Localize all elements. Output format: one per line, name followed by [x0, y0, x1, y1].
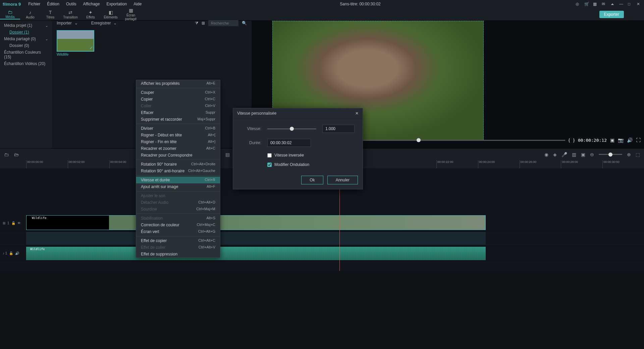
context-menu-item[interactable]: Vitesse et duréeCtrl+R	[136, 177, 220, 183]
menu-separator	[136, 236, 220, 236]
mic-icon[interactable]: ⏶	[610, 2, 615, 6]
cancel-button[interactable]: Annuler	[327, 176, 358, 184]
context-menu-item[interactable]: Rotation 90° anti-horaireCtrl+Alt+Gauche	[136, 168, 220, 174]
context-menu-item[interactable]: EffacerSuppr	[136, 109, 220, 116]
mark-in-icon[interactable]: {	[569, 138, 570, 142]
ripple-checkbox[interactable]: Modifier Ondulation	[267, 162, 355, 167]
grid-view-icon[interactable]: ⊞	[202, 21, 205, 25]
marker-icon[interactable]: ◈	[553, 152, 557, 157]
context-menu-item[interactable]: Recadrer pour Correspondre	[136, 152, 220, 159]
speed-input[interactable]	[322, 125, 355, 133]
context-menu-item[interactable]: Effet de suppression	[136, 251, 220, 257]
reverse-checkbox[interactable]: Vitesse inversée	[267, 153, 355, 158]
record-dropdown[interactable]: Enregistrer⌄	[91, 21, 117, 25]
context-menu-item[interactable]: CouperCtrl+X	[136, 89, 220, 96]
sidebar-item-project[interactable]: Média projet (1)⌄	[0, 22, 52, 29]
layout-icon[interactable]: ▦	[593, 2, 598, 6]
import-dropdown[interactable]: Importer⌄	[57, 21, 78, 25]
tab-effects[interactable]: ✦Effets	[80, 10, 101, 19]
close-icon[interactable]: ✕	[355, 111, 359, 116]
speed-slider[interactable]	[267, 128, 316, 129]
tab-audio[interactable]: ♪Audio	[20, 10, 40, 19]
tab-elements[interactable]: ◧Éléments	[101, 10, 121, 19]
zoom-in-icon[interactable]: ⊕	[627, 152, 631, 157]
context-menu-item[interactable]: Supprimer et raccorderMaj+Suppr	[136, 116, 220, 123]
menu-help[interactable]: Aide	[130, 2, 145, 6]
window-minimize-icon[interactable]: —	[619, 2, 624, 6]
account-icon[interactable]: ◎	[576, 2, 580, 6]
menu-view[interactable]: Affichage	[80, 2, 103, 6]
context-menu-item[interactable]: Rogner - Début en têteAlt+[	[136, 132, 220, 138]
eye-icon[interactable]: 👁	[17, 221, 21, 225]
sidebar-item-folder-shared[interactable]: Dossier (0)	[0, 42, 52, 49]
video-track-header[interactable]: ⊞ 1 🔓 👁	[0, 221, 26, 225]
speaker-icon[interactable]: 🔊	[15, 251, 19, 255]
context-menu-item[interactable]: DiviserCtrl+B	[136, 125, 220, 132]
context-menu-item[interactable]: Écran vertCtrl+Alt+G	[136, 228, 220, 235]
menu-tools[interactable]: Outils	[63, 2, 80, 6]
context-menu-item[interactable]: Recadrer et zoomerAlt+C	[136, 145, 220, 152]
reverse-checkbox-input[interactable]	[267, 153, 272, 158]
fullscreen-icon[interactable]: ⛶	[636, 137, 641, 143]
media-thumbnail[interactable]: Wildlife	[57, 30, 94, 56]
chevron-down-icon: ⌄	[113, 21, 117, 25]
context-menu-item: Détacher AudioCtrl+Alt+D	[136, 199, 220, 206]
audio-clip[interactable]: Wildlife	[26, 247, 486, 260]
sidebar-item-folder-project[interactable]: Dossier (1)	[0, 29, 52, 36]
speed-label: Vitesse:	[241, 126, 261, 131]
volume-icon[interactable]: 🔊	[627, 137, 633, 143]
render-icon[interactable]: ◉	[544, 152, 548, 157]
menu-file[interactable]: Fichier	[25, 2, 44, 6]
zoom-slider[interactable]	[599, 154, 622, 155]
ok-button[interactable]: Ok	[301, 176, 323, 184]
audio-track-header[interactable]: ♪ 1 🔓 🔊	[0, 251, 26, 255]
video-clip[interactable]: Wildlife	[26, 215, 486, 230]
duration-input[interactable]	[267, 139, 311, 147]
export-button[interactable]: Exporter	[599, 11, 624, 18]
context-menu: Afficher les propriétésAlt+ECouperCtrl+X…	[136, 80, 220, 258]
sidebar-item-videos[interactable]: Échantillon Vidéos (20)	[0, 60, 52, 67]
tab-media[interactable]: 🗀Média	[0, 9, 20, 19]
zoom-out-icon[interactable]: ⊖	[590, 152, 594, 157]
mixer-icon[interactable]: ▥	[572, 152, 576, 157]
screenshot-icon[interactable]: ▣	[610, 137, 614, 143]
voiceover-icon[interactable]: 🎤	[561, 152, 567, 157]
context-menu-item[interactable]: Ajout arrêt sur imageAlt+F	[136, 183, 220, 190]
speed-dialog: Vitesse personnalisée ✕ Vitesse: Durée: …	[233, 108, 363, 189]
search-input[interactable]	[208, 20, 238, 26]
lock-icon[interactable]: 🔓	[9, 251, 13, 255]
menu-export[interactable]: Exportation	[103, 2, 130, 6]
mark-out-icon[interactable]: }	[573, 138, 575, 142]
context-menu-item[interactable]: Rogner - Fin en têteAlt+]	[136, 138, 220, 145]
filter-icon[interactable]: ⧩	[195, 21, 198, 25]
record-icon[interactable]: ▣	[581, 152, 585, 157]
context-menu-item[interactable]: Correction de couleurCtrl+Maj+C	[136, 222, 220, 228]
sidebar-item-colors[interactable]: Échantillon Couleurs (15)	[0, 49, 52, 60]
ruler-tick: 00:00:28:00	[561, 160, 602, 168]
context-menu-item[interactable]: CopierCtrl+C	[136, 96, 220, 103]
context-menu-item[interactable]: Afficher les propriétésAlt+E	[136, 80, 220, 87]
context-menu-item: Effet de collerCtrl+Alt+V	[136, 244, 220, 251]
tab-splitscreen[interactable]: ▦Écran partagé	[121, 8, 141, 21]
tab-titles[interactable]: TTitres	[40, 10, 60, 19]
zoom-fit-icon[interactable]: ⬚	[636, 152, 640, 157]
sidebar-item-shared[interactable]: Média partagé (0)⌄	[0, 36, 52, 42]
mail-icon[interactable]: ✉	[602, 2, 606, 6]
new-folder-icon[interactable]: 🗀	[4, 152, 9, 157]
window-close-icon[interactable]: ✕	[637, 2, 641, 6]
ripple-checkbox-input[interactable]	[267, 163, 272, 167]
star-icon: ✦	[80, 10, 101, 15]
context-menu-item[interactable]: Rotation 90° horaireCtrl+Alt+Droite	[136, 161, 220, 168]
context-menu-item[interactable]: Effet de copierCtrl+Alt+C	[136, 237, 220, 244]
greenscreen-icon[interactable]: ▤	[225, 152, 230, 157]
lock-icon[interactable]: 🔓	[11, 221, 15, 225]
camera-icon[interactable]: 📷	[618, 137, 624, 143]
ruler-tick: 00:00:02:00	[68, 160, 109, 168]
search-icon[interactable]: 🔍	[242, 21, 247, 25]
cart-icon[interactable]: 🛒	[584, 2, 589, 6]
folder-icon[interactable]: 🗁	[14, 152, 19, 157]
window-maximize-icon[interactable]: □	[628, 2, 633, 6]
tab-transition[interactable]: ⇄Transition	[60, 10, 80, 19]
menu-edit[interactable]: Édition	[44, 2, 63, 6]
menu-separator	[136, 191, 220, 191]
